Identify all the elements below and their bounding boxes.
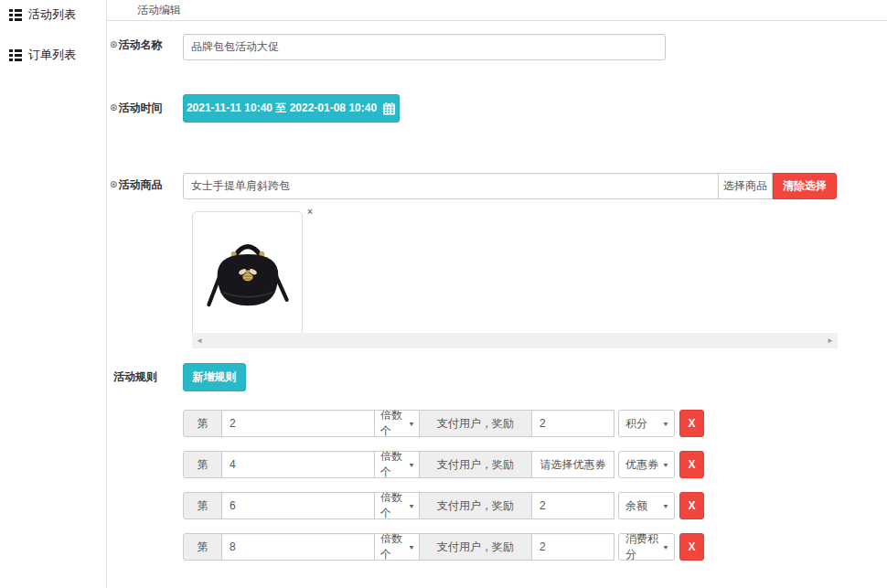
main-content: 活动编辑 ⊛活动名称 ⊛活动时间 2021-11-11 10:40 至 2022… [107, 0, 887, 588]
calendar-icon [382, 102, 396, 115]
chevron-down-icon: ▼ [662, 502, 669, 509]
rule-reward-value-input[interactable] [531, 410, 614, 437]
rule-count-input[interactable] [221, 533, 375, 561]
activity-rules-label: 活动规则 [113, 369, 157, 385]
rule-row: 第 倍数个▼ 支付用户，奖励 请选择优惠券 优惠券▼ X [183, 451, 704, 478]
rule-reward-label: 支付用户，奖励 [419, 533, 532, 561]
rule-prefix-label: 第 [183, 451, 222, 478]
choose-coupon-button[interactable]: 请选择优惠券 [531, 451, 614, 478]
activity-name-label: ⊛活动名称 [110, 37, 162, 53]
rule-unit-select[interactable]: 倍数个▼ [374, 451, 420, 478]
rule-reward-type-select[interactable]: 积分▼ [618, 410, 675, 437]
rule-reward-label: 支付用户，奖励 [419, 451, 532, 478]
sidebar-item-label: 活动列表 [28, 6, 76, 23]
scroll-right-icon[interactable]: ► [827, 333, 834, 348]
list-icon [9, 49, 22, 61]
rule-reward-type-select[interactable]: 消费积分▼ [618, 533, 675, 561]
rule-prefix-label: 第 [183, 410, 222, 437]
rule-reward-value-input[interactable] [531, 492, 614, 519]
add-rule-button[interactable]: 新增规则 [183, 363, 246, 391]
activity-name-input[interactable] [183, 34, 666, 60]
activity-time-label: ⊛活动时间 [110, 101, 162, 116]
required-mark-icon: ⊛ [110, 102, 117, 112]
activity-product-label: ⊛活动商品 [110, 177, 162, 193]
delete-rule-button[interactable]: X [679, 492, 704, 519]
sidebar: 活动列表 订单列表 [0, 0, 107, 588]
required-mark-icon: ⊛ [110, 39, 117, 49]
rule-reward-type-select[interactable]: 余额▼ [618, 492, 675, 519]
rule-prefix-label: 第 [183, 533, 222, 561]
rule-reward-type-select[interactable]: 优惠券▼ [618, 451, 675, 478]
rule-reward-label: 支付用户，奖励 [419, 410, 532, 437]
rule-count-input[interactable] [221, 492, 375, 519]
rule-count-input[interactable] [221, 410, 375, 437]
list-icon [9, 9, 22, 21]
chevron-down-icon: ▼ [408, 461, 415, 468]
rule-row: 第 倍数个▼ 支付用户，奖励 消费积分▼ X [183, 533, 704, 561]
scroll-left-icon[interactable]: ◄ [196, 333, 203, 348]
rule-prefix-label: 第 [183, 492, 222, 519]
chevron-down-icon: ▼ [662, 543, 669, 551]
sidebar-item-label: 订单列表 [28, 47, 76, 63]
rule-row: 第 倍数个▼ 支付用户，奖励 余额▼ X [183, 492, 704, 519]
clear-selection-button[interactable]: 清除选择 [773, 173, 837, 199]
chevron-down-icon: ▼ [408, 543, 415, 551]
time-range-text: 2021-11-11 10:40 至 2022-01-08 10:40 [187, 101, 377, 116]
chevron-down-icon: ▼ [408, 502, 415, 509]
rule-reward-value-input[interactable] [531, 533, 614, 561]
delete-rule-button[interactable]: X [679, 533, 704, 561]
product-name-input[interactable] [183, 173, 719, 199]
tab-activity-edit[interactable]: 活动编辑 [137, 0, 181, 18]
required-mark-icon: ⊛ [110, 179, 117, 189]
handbag-image [200, 224, 295, 330]
chevron-down-icon: ▼ [662, 461, 669, 468]
choose-product-button[interactable]: 选择商品 [718, 173, 773, 199]
chevron-down-icon: ▼ [662, 420, 669, 427]
product-input-group: 选择商品 清除选择 [183, 173, 837, 199]
remove-product-icon[interactable]: × [307, 208, 313, 217]
rule-unit-select[interactable]: 倍数个▼ [374, 410, 420, 437]
product-thumbnail [192, 211, 303, 342]
tab-bar: 活动编辑 [107, 0, 887, 21]
horizontal-scrollbar[interactable]: ◄ ► [192, 333, 838, 348]
rule-reward-label: 支付用户，奖励 [419, 492, 532, 519]
time-range-button[interactable]: 2021-11-11 10:40 至 2022-01-08 10:40 [183, 94, 400, 123]
rule-unit-select[interactable]: 倍数个▼ [374, 492, 420, 519]
app-window: 活动列表 订单列表 活动编辑 ⊛活动名称 ⊛活动时间 [0, 0, 887, 588]
chevron-down-icon: ▼ [408, 420, 415, 427]
delete-rule-button[interactable]: X [679, 410, 704, 437]
sidebar-item-order-list[interactable]: 订单列表 [0, 42, 106, 68]
sidebar-item-activity-list[interactable]: 活动列表 [0, 2, 106, 27]
rule-count-input[interactable] [221, 451, 375, 478]
rule-row: 第 倍数个▼ 支付用户，奖励 积分▼ X [183, 410, 704, 437]
delete-rule-button[interactable]: X [679, 451, 704, 478]
rule-unit-select[interactable]: 倍数个▼ [374, 533, 420, 561]
